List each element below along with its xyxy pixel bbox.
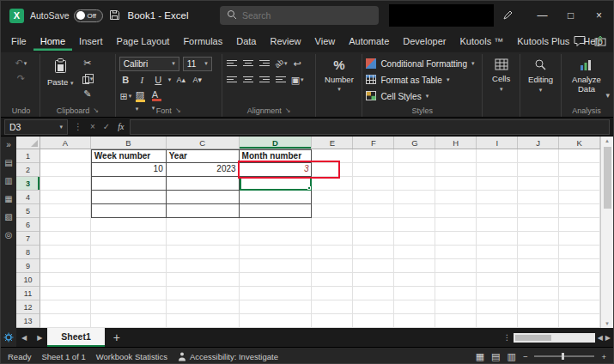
cell-B5[interactable] xyxy=(91,204,167,218)
cell-K12[interactable] xyxy=(559,300,600,314)
row-header-1[interactable]: 1 xyxy=(16,149,40,163)
tab-review[interactable]: Review xyxy=(263,32,307,51)
add-sheet-button[interactable]: + xyxy=(105,331,129,344)
cell-E2[interactable] xyxy=(312,163,353,177)
cell-A12[interactable] xyxy=(40,300,91,314)
cell-I7[interactable] xyxy=(477,232,518,246)
cell-H8[interactable] xyxy=(435,246,477,259)
tab-developer[interactable]: Developer xyxy=(396,32,453,51)
cell-F6[interactable] xyxy=(353,218,394,232)
settings-gear-button[interactable] xyxy=(1,328,16,347)
cell-B13[interactable] xyxy=(91,314,167,328)
cell-C9[interactable] xyxy=(167,259,240,273)
cell-G5[interactable] xyxy=(394,204,435,218)
cell-A3[interactable] xyxy=(40,177,91,191)
cell-K9[interactable] xyxy=(559,259,600,273)
cell-E7[interactable] xyxy=(312,232,353,246)
cell-H6[interactable] xyxy=(435,218,477,232)
cell-E10[interactable] xyxy=(312,273,353,287)
tab-page-layout[interactable]: Page Layout xyxy=(110,32,177,51)
column-header-E[interactable]: E xyxy=(312,136,353,149)
cell-C6[interactable] xyxy=(167,218,240,232)
cell-E3[interactable] xyxy=(312,177,353,191)
cell-G9[interactable] xyxy=(394,259,435,273)
cell-I9[interactable] xyxy=(477,259,518,273)
navigation-pane-icon[interactable]: ▤ xyxy=(4,158,12,167)
cell-D4[interactable] xyxy=(240,191,313,204)
cell-B4[interactable] xyxy=(91,191,167,204)
font-size-combo[interactable]: 11▾ xyxy=(183,57,212,71)
cell-I12[interactable] xyxy=(477,300,518,314)
cell-C10[interactable] xyxy=(167,273,240,287)
fill-handle[interactable] xyxy=(307,186,311,190)
cell-I13[interactable] xyxy=(477,314,518,328)
cell-J2[interactable] xyxy=(518,163,559,177)
autosave-control[interactable]: AutoSave Off xyxy=(30,9,103,22)
chevron-down-icon[interactable]: ▾ xyxy=(168,76,172,83)
cell-E11[interactable] xyxy=(312,287,353,300)
cell-H13[interactable] xyxy=(435,314,477,328)
clipboard-dialog-launcher[interactable]: ↘ xyxy=(93,106,99,114)
decrease-indent-button[interactable] xyxy=(275,73,288,88)
cell-A7[interactable] xyxy=(40,232,91,246)
cell-D12[interactable] xyxy=(240,300,313,314)
scroll-down-icon[interactable]: ▾ xyxy=(605,320,609,327)
cell-H7[interactable] xyxy=(435,232,477,246)
tab-home[interactable]: Home xyxy=(33,32,72,51)
cell-D9[interactable] xyxy=(240,259,313,273)
align-left-button[interactable] xyxy=(226,73,239,88)
cell-I3[interactable] xyxy=(477,177,518,191)
cell-C3[interactable] xyxy=(167,177,240,191)
cell-F3[interactable] xyxy=(353,177,394,191)
column-header-I[interactable]: I xyxy=(477,136,518,149)
italic-button[interactable]: I xyxy=(136,73,149,88)
alignment-dialog-launcher[interactable]: ↘ xyxy=(285,106,291,114)
row-header-11[interactable]: 11 xyxy=(16,287,40,300)
row-header-4[interactable]: 4 xyxy=(16,191,40,204)
cancel-entry-button[interactable]: × xyxy=(88,122,97,131)
row-header-9[interactable]: 9 xyxy=(16,259,40,273)
cell-F4[interactable] xyxy=(353,191,394,204)
cell-B9[interactable] xyxy=(91,259,167,273)
paste-button[interactable]: Paste ▾ xyxy=(44,56,76,90)
cell-H4[interactable] xyxy=(435,191,477,204)
cut-button[interactable]: ✂ xyxy=(81,56,94,70)
redo-button[interactable]: ↷ xyxy=(15,71,27,86)
cell-B7[interactable] xyxy=(91,232,167,246)
formula-input[interactable] xyxy=(130,119,610,135)
cell-F10[interactable] xyxy=(353,273,394,287)
cell-A1[interactable] xyxy=(40,149,91,163)
draw-pen-icon[interactable] xyxy=(502,9,514,22)
column-header-C[interactable]: C xyxy=(167,136,240,149)
cell-H5[interactable] xyxy=(435,204,477,218)
cell-D7[interactable] xyxy=(240,232,313,246)
cell-G4[interactable] xyxy=(394,191,435,204)
collapse-ribbon-button[interactable]: ▾ xyxy=(605,91,610,100)
vertical-scrollbar[interactable]: ▴ ▾ xyxy=(600,136,613,328)
cell-J12[interactable] xyxy=(518,300,559,314)
cell-K5[interactable] xyxy=(559,204,600,218)
sheet-tab-sheet1[interactable]: Sheet1 xyxy=(47,328,104,347)
column-header-F[interactable]: F xyxy=(353,136,394,149)
number-format-button[interactable]: % Number ▾ xyxy=(319,56,358,95)
cell-J7[interactable] xyxy=(518,232,559,246)
cell-B11[interactable] xyxy=(91,287,167,300)
cell-K6[interactable] xyxy=(559,218,600,232)
cell-K13[interactable] xyxy=(559,314,600,328)
cell-B2[interactable]: 10 xyxy=(91,163,167,177)
search-box[interactable] xyxy=(220,6,379,25)
cell-styles-button[interactable]: Cell Styles ▾ xyxy=(366,88,429,104)
cell-I5[interactable] xyxy=(477,204,518,218)
row-header-7[interactable]: 7 xyxy=(16,232,40,246)
column-header-J[interactable]: J xyxy=(518,136,559,149)
undo-button[interactable]: ↶▾ xyxy=(15,56,27,70)
cell-G8[interactable] xyxy=(394,246,435,259)
analyze-data-button[interactable]: Analyze Data xyxy=(565,56,608,96)
cell-J13[interactable] xyxy=(518,314,559,328)
increase-font-button[interactable]: A▴ xyxy=(174,73,187,88)
row-header-10[interactable]: 10 xyxy=(16,273,40,287)
align-center-button[interactable] xyxy=(242,73,255,88)
row-header-12[interactable]: 12 xyxy=(16,300,40,314)
align-bottom-button[interactable] xyxy=(258,57,271,71)
cell-H1[interactable] xyxy=(435,149,477,163)
